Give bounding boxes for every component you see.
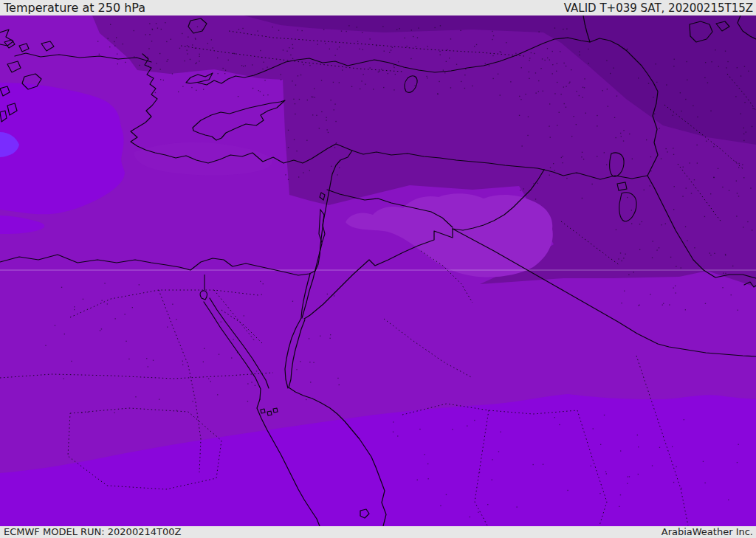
weather-map-screenshot: Temperature at 250 hPa VALID T+039 SAT, … [0,0,756,538]
fill-bright-mediterranean-patch [0,83,125,214]
temperature-fill-bands [0,15,756,526]
weather-map [0,15,756,526]
status-bar: ECMWF MODEL RUN: 20200214T00Z ArabiaWeat… [0,526,756,538]
title-bar: Temperature at 250 hPa VALID T+039 SAT, … [0,0,756,15]
model-run-label: ECMWF MODEL RUN: 20200214T00Z [4,526,181,537]
map-canvas [0,15,756,526]
attribution-label: ArabiaWeather Inc. [662,526,753,537]
map-title: Temperature at 250 hPa [4,1,145,15]
valid-time-label: VALID T+039 SAT, 20200215T15Z [564,1,753,15]
